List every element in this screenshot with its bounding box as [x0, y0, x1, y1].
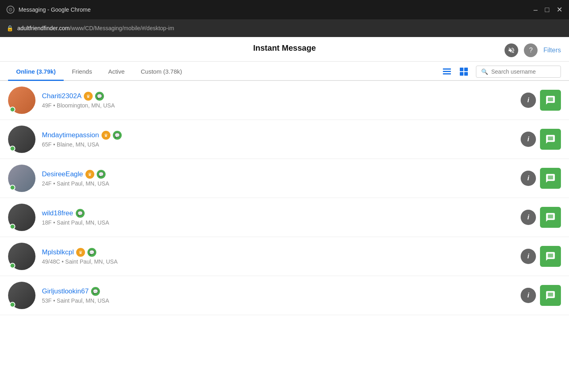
avatar-wrap	[8, 243, 35, 270]
list-item: wild18free 💬 18F • Saint Paul, MN, USA i	[0, 198, 569, 237]
user-name-row: Chariti2302A ♛💬	[42, 92, 514, 101]
search-icon: 🔍	[481, 68, 488, 75]
minimize-button[interactable]: –	[534, 6, 538, 14]
online-indicator	[10, 263, 15, 268]
user-name-row: Mplsblkcpl ♛💬	[42, 248, 514, 257]
svg-rect-0	[443, 68, 451, 70]
avatar-wrap	[8, 126, 35, 153]
tabs-row: Online (3.79k)FriendsActiveCustom (3.78k…	[0, 63, 569, 81]
close-button[interactable]: ✕	[557, 5, 563, 14]
info-icon: i	[527, 214, 529, 221]
avatar-wrap	[8, 204, 35, 231]
info-button[interactable]: i	[521, 171, 536, 186]
user-name-row: Girljustlookin67 💬	[42, 287, 514, 296]
window-controls[interactable]: – □ ✕	[534, 5, 563, 14]
search-box[interactable]: 🔍	[476, 66, 561, 78]
user-detail: 53F • Saint Paul, MN, USA	[42, 297, 514, 304]
tab-online[interactable]: Online (3.79k)	[8, 63, 64, 81]
user-info: wild18free 💬 18F • Saint Paul, MN, USA	[42, 209, 514, 226]
user-info: Chariti2302A ♛💬 49F • Bloomington, MN, U…	[42, 92, 514, 109]
msg-badge: 💬	[97, 170, 106, 179]
msg-badge: 💬	[91, 287, 100, 296]
titlebar-title: Messaging - Google Chrome	[19, 6, 534, 13]
svg-rect-6	[464, 72, 468, 76]
user-actions: i	[521, 168, 561, 189]
list-item: DesireeEagle ♛💬 24F • Saint Paul, MN, US…	[0, 159, 569, 198]
message-button[interactable]	[540, 207, 561, 228]
search-input[interactable]	[491, 68, 556, 75]
list-item: Girljustlookin67 💬 53F • Saint Paul, MN,…	[0, 276, 569, 315]
user-detail: 49F • Bloomington, MN, USA	[42, 102, 514, 109]
filters-button[interactable]: Filters	[543, 47, 561, 54]
user-info: DesireeEagle ♛💬 24F • Saint Paul, MN, US…	[42, 170, 514, 187]
list-item: Mplsblkcpl ♛💬 49/48C • Saint Paul, MN, U…	[0, 237, 569, 276]
mute-button[interactable]	[505, 43, 518, 57]
info-button[interactable]: i	[521, 93, 536, 108]
grid-view-button[interactable]	[457, 65, 471, 78]
online-indicator	[10, 224, 15, 229]
user-detail: 49/48C • Saint Paul, MN, USA	[42, 258, 514, 265]
user-detail: 24F • Saint Paul, MN, USA	[42, 180, 514, 187]
user-name-row: Mndaytimepassion ♛💬	[42, 131, 514, 140]
user-info: Mplsblkcpl ♛💬 49/48C • Saint Paul, MN, U…	[42, 248, 514, 265]
lock-icon: 🔒	[6, 25, 13, 31]
maximize-button[interactable]: □	[545, 6, 549, 14]
header-actions: ? Filters	[505, 43, 561, 57]
online-indicator	[10, 107, 15, 112]
tab-active[interactable]: Active	[100, 63, 133, 81]
msg-badge: 💬	[76, 209, 85, 218]
address-text[interactable]: adultfriendfinder.com/www/CD/Messaging/m…	[17, 25, 174, 31]
svg-rect-3	[460, 68, 463, 71]
svg-rect-4	[464, 68, 468, 71]
user-name-row: wild18free 💬	[42, 209, 514, 218]
info-button[interactable]: i	[521, 210, 536, 225]
user-actions: i	[521, 129, 561, 150]
message-button[interactable]	[540, 285, 561, 306]
msg-badge: 💬	[113, 131, 122, 140]
list-item: Chariti2302A ♛💬 49F • Bloomington, MN, U…	[0, 81, 569, 120]
crown-badge: ♛	[76, 248, 85, 257]
app-container: Instant Message ? Filters Online (3.79k)…	[0, 37, 569, 392]
info-button[interactable]: i	[521, 288, 536, 303]
user-actions: i	[521, 90, 561, 111]
browser-icon: ⊙	[6, 6, 15, 14]
message-button[interactable]	[540, 168, 561, 189]
message-button[interactable]	[540, 129, 561, 150]
tab-custom[interactable]: Custom (3.78k)	[133, 63, 190, 81]
tabs: Online (3.79k)FriendsActiveCustom (3.78k…	[8, 63, 440, 80]
username[interactable]: Mplsblkcpl	[42, 248, 74, 256]
avatar-wrap	[8, 165, 35, 192]
titlebar: ⊙ Messaging - Google Chrome – □ ✕	[0, 0, 569, 19]
user-detail: 18F • Saint Paul, MN, USA	[42, 219, 514, 226]
username[interactable]: Chariti2302A	[42, 92, 81, 100]
info-icon: i	[527, 175, 529, 182]
username[interactable]: wild18free	[42, 209, 73, 217]
tab-friends[interactable]: Friends	[64, 63, 100, 81]
username[interactable]: Mndaytimepassion	[42, 131, 99, 139]
svg-rect-1	[443, 71, 451, 72]
msg-badge: 💬	[87, 248, 96, 257]
username[interactable]: DesireeEagle	[42, 170, 83, 178]
username[interactable]: Girljustlookin67	[42, 287, 89, 295]
svg-rect-5	[460, 72, 463, 76]
page-title: Instant Message	[253, 43, 316, 53]
app-header: Instant Message ? Filters	[0, 37, 569, 62]
info-icon: i	[527, 253, 529, 260]
message-button[interactable]	[540, 246, 561, 267]
list-item: Mndaytimepassion ♛💬 65F • Blaine, MN, US…	[0, 120, 569, 159]
user-info: Girljustlookin67 💬 53F • Saint Paul, MN,…	[42, 287, 514, 304]
message-button[interactable]	[540, 90, 561, 111]
avatar-wrap	[8, 87, 35, 114]
addressbar: 🔒 adultfriendfinder.com/www/CD/Messaging…	[0, 19, 569, 37]
info-icon: i	[527, 97, 529, 104]
online-indicator	[10, 146, 15, 151]
help-button[interactable]: ?	[524, 43, 538, 57]
user-actions: i	[521, 207, 561, 228]
user-actions: i	[521, 246, 561, 267]
user-info: Mndaytimepassion ♛💬 65F • Blaine, MN, US…	[42, 131, 514, 148]
list-view-button[interactable]	[440, 65, 454, 78]
help-icon-label: ?	[529, 47, 533, 54]
info-button[interactable]: i	[521, 249, 536, 264]
msg-badge: 💬	[95, 92, 104, 101]
info-button[interactable]: i	[521, 132, 536, 147]
